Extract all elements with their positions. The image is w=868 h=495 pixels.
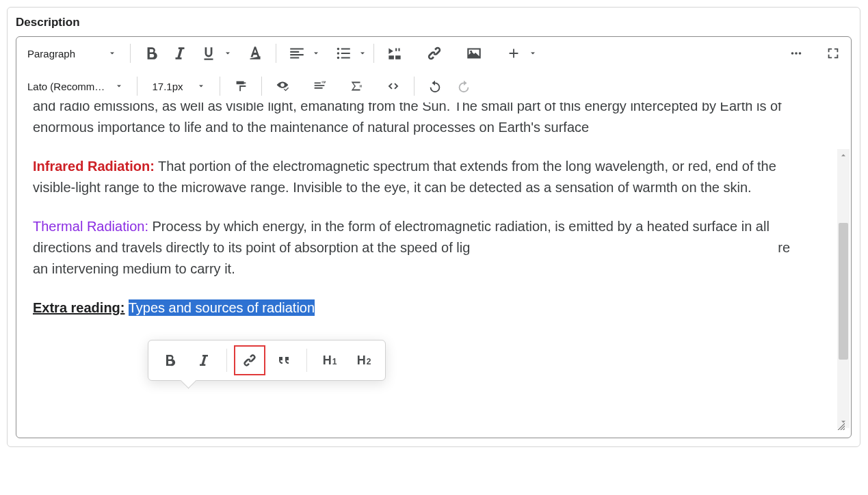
infrared-label: Infrared Radiation: bbox=[33, 159, 155, 174]
separator bbox=[414, 77, 415, 96]
separator bbox=[226, 349, 227, 372]
italic-icon bbox=[196, 352, 212, 369]
insert-more-group bbox=[500, 41, 537, 66]
separator bbox=[373, 44, 374, 63]
font-size-label: 17.1px bbox=[152, 81, 183, 92]
quote-icon bbox=[276, 352, 292, 369]
italic-button[interactable] bbox=[166, 41, 194, 66]
italic-icon bbox=[171, 44, 189, 62]
separator bbox=[130, 44, 131, 63]
image-icon bbox=[465, 44, 483, 62]
font-size-select[interactable]: 17.1px bbox=[144, 74, 213, 98]
svg-point-3 bbox=[791, 52, 794, 55]
separator bbox=[137, 77, 137, 96]
align-button[interactable] bbox=[283, 41, 311, 66]
description-label: Description bbox=[16, 16, 852, 29]
insert-stuff-button[interactable] bbox=[381, 41, 408, 66]
toolbar-row-2: Lato (Recomm… 17.1px bbox=[16, 70, 851, 103]
editor-content[interactable]: and radio emissions, as well as visible … bbox=[16, 103, 851, 438]
selected-text[interactable]: Types and sources of radiation bbox=[129, 299, 315, 316]
chevron-down-icon bbox=[197, 82, 205, 90]
thermal-label: Thermal Radiation: bbox=[33, 219, 148, 234]
align-group bbox=[283, 41, 320, 66]
font-family-label: Lato (Recomm… bbox=[27, 81, 107, 92]
equation-icon bbox=[349, 79, 364, 94]
bold-icon bbox=[161, 352, 178, 369]
plus-icon bbox=[506, 46, 521, 61]
font-color-icon bbox=[246, 44, 264, 62]
bullet-list-icon bbox=[334, 44, 352, 62]
resize-handle[interactable] bbox=[834, 420, 847, 435]
redo-button[interactable] bbox=[450, 74, 477, 98]
paragraph-extra-reading: Extra reading: Types and sources of radi… bbox=[33, 297, 799, 319]
svg-point-0 bbox=[337, 48, 339, 50]
rich-text-editor: Paragraph bbox=[16, 36, 852, 438]
insert-link-button[interactable] bbox=[421, 41, 448, 66]
list-button[interactable] bbox=[330, 41, 357, 66]
chevron-down-icon bbox=[529, 49, 537, 57]
inline-format-toolbar: H1 H2 bbox=[148, 340, 386, 381]
scroll-up-button[interactable] bbox=[837, 149, 850, 161]
undo-button[interactable] bbox=[421, 74, 449, 98]
bold-icon bbox=[142, 44, 160, 62]
svg-point-4 bbox=[795, 52, 798, 55]
more-actions-button[interactable] bbox=[782, 41, 810, 66]
fullscreen-button[interactable] bbox=[819, 41, 847, 66]
separator bbox=[276, 44, 276, 63]
svg-point-2 bbox=[337, 57, 339, 59]
eye-check-icon bbox=[275, 79, 290, 94]
toolbar-row-1: Paragraph bbox=[16, 37, 851, 70]
insert-more-button[interactable] bbox=[500, 41, 527, 66]
paragraph-infrared: Infrared Radiation: That portion of the … bbox=[33, 156, 799, 198]
chevron-down-icon bbox=[115, 82, 123, 90]
h1-label: H1 bbox=[323, 353, 337, 368]
float-italic-button[interactable] bbox=[188, 345, 220, 375]
float-bold-button[interactable] bbox=[154, 345, 185, 375]
word-count-icon bbox=[312, 79, 327, 94]
font-family-select[interactable]: Lato (Recomm… bbox=[21, 74, 130, 98]
block-format-select[interactable]: Paragraph bbox=[21, 41, 123, 66]
h2-label: H2 bbox=[357, 353, 371, 368]
undo-icon bbox=[428, 79, 443, 94]
paragraph-solar: and radio emissions, as well as visible … bbox=[33, 103, 799, 138]
scroll-track[interactable] bbox=[837, 161, 850, 416]
insert-image-button[interactable] bbox=[460, 41, 488, 66]
float-quote-button[interactable] bbox=[268, 345, 300, 375]
list-group bbox=[330, 41, 367, 66]
separator bbox=[261, 77, 262, 96]
underline-group bbox=[195, 41, 232, 66]
float-h2-button[interactable]: H2 bbox=[348, 345, 380, 375]
svg-point-1 bbox=[337, 52, 339, 54]
vertical-scrollbar[interactable] bbox=[837, 149, 850, 428]
paragraph-thermal: Thermal Radiation: Process by which ener… bbox=[33, 216, 799, 280]
underline-button[interactable] bbox=[195, 41, 222, 66]
format-painter-button[interactable] bbox=[227, 74, 254, 98]
link-icon bbox=[425, 44, 443, 62]
content-body: and radio emissions, as well as visible … bbox=[33, 103, 799, 319]
float-link-button[interactable] bbox=[234, 345, 265, 375]
separator bbox=[306, 349, 307, 372]
separator bbox=[220, 77, 220, 96]
equation-editor-button[interactable] bbox=[343, 74, 370, 98]
chevron-down-icon bbox=[224, 49, 232, 57]
accessibility-checker-button[interactable] bbox=[269, 74, 296, 98]
chevron-down-icon bbox=[108, 49, 116, 57]
word-count-button[interactable] bbox=[306, 74, 333, 98]
bold-button[interactable] bbox=[137, 41, 165, 66]
align-left-icon bbox=[288, 44, 306, 62]
float-h1-button[interactable]: H1 bbox=[314, 345, 345, 375]
chevron-down-icon bbox=[312, 49, 320, 57]
paint-roller-icon bbox=[233, 79, 248, 94]
fullscreen-icon bbox=[826, 46, 841, 61]
caret-up-icon bbox=[839, 151, 847, 159]
resize-grip-icon bbox=[834, 420, 847, 432]
text-color-button[interactable] bbox=[241, 41, 269, 66]
scroll-thumb[interactable] bbox=[839, 223, 848, 360]
code-icon bbox=[386, 79, 401, 94]
chevron-down-icon bbox=[358, 49, 367, 57]
svg-point-5 bbox=[799, 52, 802, 55]
source-code-button[interactable] bbox=[380, 74, 407, 98]
ellipsis-icon bbox=[789, 46, 804, 61]
underline-icon bbox=[200, 44, 218, 62]
link-icon bbox=[241, 352, 258, 369]
